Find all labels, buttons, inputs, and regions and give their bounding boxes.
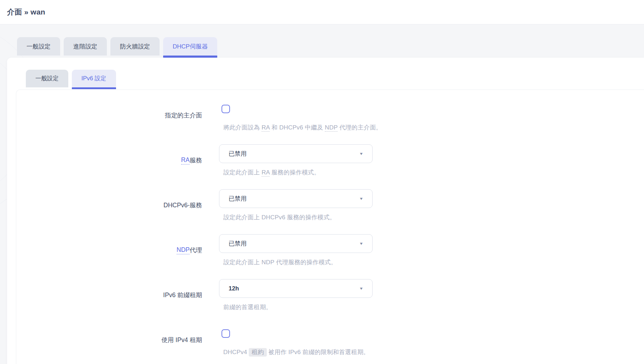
chevron-down-icon: ▼: [359, 152, 363, 156]
control-line-designated-master: [219, 99, 644, 118]
field-control-ra-service: 已禁用▼設定此介面上 RA 服務的操作模式。: [219, 144, 644, 176]
desc-designated-master-abbr: RA: [261, 124, 270, 132]
desc-designated-master-text: 代理的主介面。: [338, 124, 382, 131]
field-control-use-ipv4-lease: DHCPv4 租約 被用作 IPv6 前綴的限制和首選租期。: [219, 324, 644, 356]
label-dhcpv6-service-text: DHCPv6-服務: [163, 201, 202, 209]
form-panel: 指定的主介面將此介面設為 RA 和 DHCPv6 中繼及 NDP 代理的主介面。…: [16, 89, 644, 364]
select-ndp-proxy[interactable]: 已禁用▼: [219, 234, 373, 253]
field-control-ipv6-prefix-lifetime: 12h▼前綴的首選租期。: [219, 279, 644, 311]
field-use-ipv4-lease: 使用 IPv4 租期DHCPv4 租約 被用作 IPv6 前綴的限制和首選租期。: [16, 324, 644, 356]
field-label-dhcpv6-service: DHCPv6-服務: [16, 189, 219, 221]
chevron-down-icon: ▼: [359, 287, 363, 290]
select-ra-service[interactable]: 已禁用▼: [219, 144, 373, 163]
desc-use-ipv4-lease-chip: 租約: [249, 348, 266, 357]
control-line-ndp-proxy: 已禁用▼: [219, 234, 644, 253]
tab-dhcp-server[interactable]: DHCP伺服器: [163, 37, 217, 56]
desc-designated-master-text: 和 DHCPv6 中繼及: [270, 124, 325, 131]
desc-ra-service-text: 服務的操作模式。: [270, 169, 320, 176]
field-description-ndp-proxy: 設定此介面上 NDP 代理服務的操作模式。: [223, 259, 644, 266]
field-designated-master: 指定的主介面將此介面設為 RA 和 DHCPv6 中繼及 NDP 代理的主介面。: [16, 99, 644, 131]
field-control-dhcpv6-service: 已禁用▼設定此介面上 DHCPv6 服務的操作模式。: [219, 189, 644, 221]
desc-ndp-proxy-text: 設定此介面上 NDP 代理服務的操作模式。: [223, 259, 337, 266]
page-title: 介面 » wan: [7, 7, 45, 17]
label-ndp-proxy-abbr: NDP: [177, 246, 190, 254]
select-dhcpv6-service[interactable]: 已禁用▼: [219, 189, 373, 208]
content-card: 一般設定IPv6 設定 指定的主介面將此介面設為 RA 和 DHCPv6 中繼及…: [7, 58, 644, 364]
tab-firewall-settings[interactable]: 防火牆設定: [110, 37, 160, 56]
desc-ra-service-text: 設定此介面上: [223, 169, 261, 176]
select-value-ipv6-prefix-lifetime: 12h: [229, 285, 239, 292]
checkbox-use-ipv4-lease[interactable]: [222, 329, 230, 338]
field-description-ra-service: 設定此介面上 RA 服務的操作模式。: [223, 169, 644, 176]
select-value-ndp-proxy: 已禁用: [229, 239, 247, 248]
field-description-designated-master: 將此介面設為 RA 和 DHCPv6 中繼及 NDP 代理的主介面。: [223, 124, 644, 131]
select-value-dhcpv6-service: 已禁用: [229, 195, 247, 203]
desc-designated-master-abbr: NDP: [325, 124, 338, 132]
field-description-ipv6-prefix-lifetime: 前綴的首選租期。: [223, 304, 644, 311]
label-ra-service-text: 服務: [190, 156, 202, 164]
control-line-ipv6-prefix-lifetime: 12h▼: [219, 279, 644, 298]
control-line-dhcpv6-service: 已禁用▼: [219, 189, 644, 208]
label-use-ipv4-lease-text: 使用 IPv4 租期: [161, 336, 202, 344]
desc-ipv6-prefix-lifetime-text: 前綴的首選租期。: [223, 304, 272, 311]
checkbox-designated-master[interactable]: [222, 105, 230, 113]
field-label-ndp-proxy: NDP 代理: [16, 234, 219, 266]
field-dhcpv6-service: DHCPv6-服務已禁用▼設定此介面上 DHCPv6 服務的操作模式。: [16, 189, 644, 221]
control-line-ra-service: 已禁用▼: [219, 144, 644, 163]
desc-dhcpv6-service-text: 設定此介面上 DHCPv6 服務的操作模式。: [223, 214, 336, 221]
field-label-designated-master: 指定的主介面: [16, 99, 219, 131]
field-control-ndp-proxy: 已禁用▼設定此介面上 NDP 代理服務的操作模式。: [219, 234, 644, 266]
label-ra-service-abbr: RA: [181, 156, 190, 164]
field-ipv6-prefix-lifetime: IPv6 前綴租期12h▼前綴的首選租期。: [16, 279, 644, 311]
tab-advanced-settings[interactable]: 進階設定: [64, 37, 107, 56]
label-ndp-proxy-text: 代理: [190, 246, 202, 254]
select-ipv6-prefix-lifetime[interactable]: 12h▼: [219, 279, 373, 298]
page-header: 介面 » wan: [0, 0, 644, 24]
control-line-use-ipv4-lease: [219, 324, 644, 343]
field-label-ra-service: RA 服務: [16, 144, 219, 176]
desc-ra-service-abbr: RA: [261, 169, 270, 177]
tab-general-settings[interactable]: 一般設定: [17, 37, 60, 56]
field-ra-service: RA 服務已禁用▼設定此介面上 RA 服務的操作模式。: [16, 144, 644, 176]
field-label-use-ipv4-lease: 使用 IPv4 租期: [16, 324, 219, 356]
subtab-general-setup[interactable]: 一般設定: [26, 70, 68, 87]
desc-use-ipv4-lease-text: DHCPv4: [223, 349, 249, 356]
subtab-ipv6-settings[interactable]: IPv6 設定: [72, 70, 116, 87]
desc-designated-master-text: 將此介面設為: [223, 124, 261, 131]
main-tab-bar: 一般設定進階設定防火牆設定DHCP伺服器: [17, 37, 217, 56]
chevron-down-icon: ▼: [359, 197, 363, 201]
field-control-designated-master: 將此介面設為 RA 和 DHCPv6 中繼及 NDP 代理的主介面。: [219, 99, 644, 131]
sub-tab-bar: 一般設定IPv6 設定: [26, 70, 116, 87]
field-label-ipv6-prefix-lifetime: IPv6 前綴租期: [16, 279, 219, 311]
desc-use-ipv4-lease-text: 被用作 IPv6 前綴的限制和首選租期。: [267, 349, 369, 356]
select-value-ra-service: 已禁用: [229, 150, 247, 158]
chevron-down-icon: ▼: [359, 242, 363, 245]
label-ipv6-prefix-lifetime-text: IPv6 前綴租期: [163, 291, 202, 299]
label-designated-master-text: 指定的主介面: [165, 111, 202, 120]
field-ndp-proxy: NDP 代理已禁用▼設定此介面上 NDP 代理服務的操作模式。: [16, 234, 644, 266]
field-description-use-ipv4-lease: DHCPv4 租約 被用作 IPv6 前綴的限制和首選租期。: [223, 349, 644, 356]
field-description-dhcpv6-service: 設定此介面上 DHCPv6 服務的操作模式。: [223, 214, 644, 221]
